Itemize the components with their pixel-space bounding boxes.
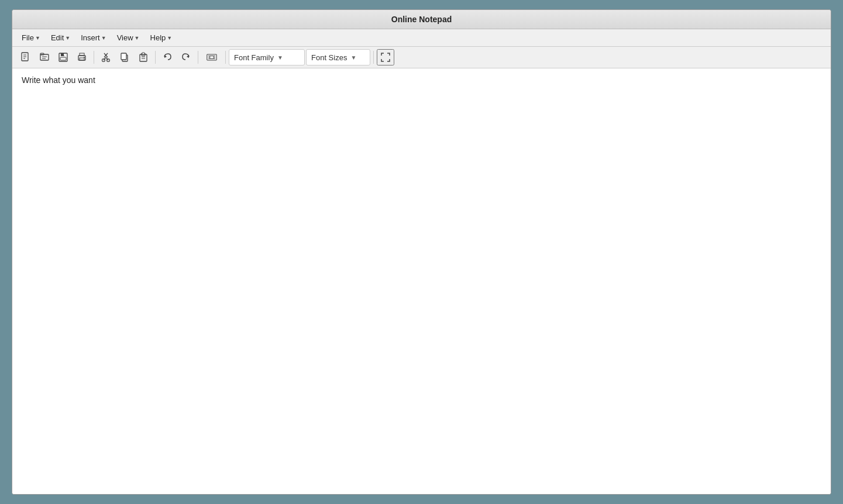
svg-rect-26 (142, 53, 144, 54)
toolbar: Font Family ▼ Font Sizes ▼ (12, 47, 831, 68)
font-sizes-label: Font Sizes (311, 53, 347, 62)
separator-3 (198, 51, 198, 64)
separator-4 (225, 51, 226, 64)
copy-icon (119, 52, 130, 63)
font-family-dropdown[interactable]: Font Family ▼ (229, 49, 305, 65)
save-icon (58, 52, 68, 63)
menu-file-label: File (22, 33, 34, 42)
main-window: Online Notepad File ▼ Edit ▼ Insert ▼ Vi… (12, 9, 831, 495)
menu-view-label: View (117, 33, 133, 42)
separator-1 (94, 51, 94, 64)
editor-text: Write what you want (22, 75, 95, 85)
open-button[interactable] (36, 49, 53, 65)
new-document-button[interactable] (17, 49, 35, 65)
font-sizes-arrow: ▼ (350, 54, 356, 61)
cut-icon (101, 52, 111, 63)
svg-point-15 (84, 57, 85, 58)
menu-view-arrow: ▼ (135, 35, 140, 41)
open-icon (39, 52, 50, 63)
find-icon (207, 52, 217, 63)
menu-file[interactable]: File ▼ (17, 32, 45, 44)
menu-edit-arrow: ▼ (65, 35, 70, 41)
svg-marker-29 (164, 55, 167, 58)
menu-file-arrow: ▼ (35, 35, 40, 41)
editor-area[interactable]: Write what you want (12, 68, 831, 494)
separator-5 (373, 51, 374, 64)
save-button[interactable] (54, 49, 72, 65)
menu-bar: File ▼ Edit ▼ Insert ▼ View ▼ Help ▼ (12, 29, 831, 47)
svg-marker-30 (187, 55, 189, 58)
new-document-icon (20, 52, 31, 63)
menu-insert-arrow: ▼ (101, 35, 106, 41)
menu-help-arrow: ▼ (167, 35, 172, 41)
print-icon (77, 52, 87, 63)
font-family-arrow: ▼ (277, 54, 283, 61)
menu-view[interactable]: View ▼ (112, 32, 144, 44)
svg-rect-11 (64, 54, 65, 56)
editor-content[interactable]: Write what you want (22, 75, 821, 85)
svg-rect-32 (210, 56, 214, 59)
menu-edit-label: Edit (51, 33, 64, 42)
menu-insert-label: Insert (81, 33, 100, 42)
separator-2 (155, 51, 156, 64)
title-bar: Online Notepad (12, 10, 831, 29)
redo-icon (181, 52, 191, 63)
undo-icon (162, 52, 173, 63)
menu-help[interactable]: Help ▼ (146, 32, 177, 44)
window-title: Online Notepad (391, 15, 452, 24)
find-button[interactable] (201, 49, 222, 65)
svg-rect-23 (121, 53, 126, 60)
font-family-label: Font Family (234, 53, 274, 62)
svg-rect-10 (60, 57, 66, 60)
redo-button[interactable] (177, 49, 195, 65)
menu-help-label: Help (150, 33, 166, 42)
font-sizes-dropdown[interactable]: Font Sizes ▼ (306, 49, 370, 65)
fullscreen-button[interactable] (377, 49, 394, 65)
menu-insert[interactable]: Insert ▼ (76, 32, 111, 44)
paste-icon (138, 52, 149, 63)
print-button[interactable] (73, 49, 91, 65)
fullscreen-icon (380, 52, 391, 63)
paste-button[interactable] (135, 49, 152, 65)
undo-button[interactable] (159, 49, 176, 65)
menu-edit[interactable]: Edit ▼ (46, 32, 75, 44)
copy-button[interactable] (116, 49, 133, 65)
cut-button[interactable] (97, 49, 115, 65)
